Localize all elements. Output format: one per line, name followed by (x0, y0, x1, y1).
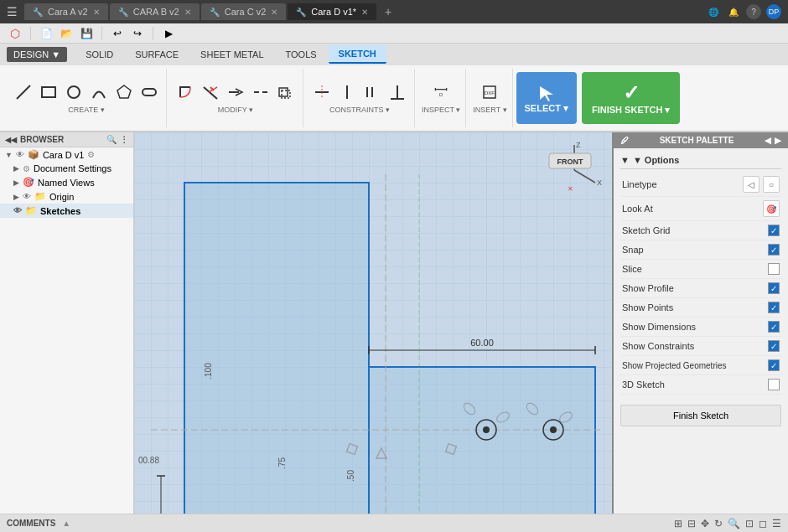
browser-item-sketches[interactable]: 👁 📁 Sketches (0, 204, 133, 218)
rectangle-tool[interactable] (37, 82, 60, 102)
tab-close[interactable]: ✕ (271, 8, 277, 17)
palette-expand-icon[interactable]: ▶ (775, 136, 781, 145)
play-icon[interactable]: ▶ (160, 25, 177, 42)
open-file-icon[interactable]: 📂 (58, 25, 75, 42)
trim-tool[interactable] (199, 82, 222, 102)
insert-dxf-tool[interactable]: DXF (478, 82, 501, 102)
slice-check[interactable] (768, 263, 780, 275)
horizontal-constraint[interactable] (310, 82, 334, 102)
tab-cara-c[interactable]: 🔧 Cara C v2 ✕ (201, 3, 287, 20)
tab-close[interactable]: ✕ (361, 8, 368, 17)
palette-finish-sketch-btn[interactable]: Finish Sketch (620, 405, 781, 426)
perpendicular-constraint[interactable] (386, 82, 409, 102)
design-dropdown[interactable]: DESIGN ▼ (7, 47, 67, 62)
show-profile-check[interactable]: ✓ (768, 282, 780, 294)
rotate-icon[interactable]: ↻ (714, 518, 723, 529)
view-cube-icon[interactable]: ◻ (759, 518, 767, 529)
fillet-tool[interactable] (174, 82, 197, 102)
bell-icon[interactable]: 🔔 (726, 4, 741, 19)
browser-item-named-views[interactable]: ▶ 🎯 Named Views (0, 175, 133, 189)
visibility-icon[interactable]: 👁 (13, 206, 22, 215)
redo-icon[interactable]: ↪ (129, 25, 146, 42)
tab-solid[interactable]: SOLID (75, 46, 123, 63)
finish-sketch-label: FINISH SKETCH ▾ (592, 105, 670, 116)
menu-icon-title[interactable]: ☰ (7, 5, 18, 18)
browser-options-icon[interactable]: ⋮ (120, 135, 128, 144)
user-icon[interactable]: DP (766, 4, 781, 19)
help-icon[interactable]: ? (746, 4, 761, 19)
tab-sketch[interactable]: SKETCH (329, 45, 386, 64)
undo-icon[interactable]: ↩ (109, 25, 126, 42)
sketch-grid-check[interactable]: ✓ (768, 225, 780, 236)
tab-close[interactable]: ✕ (93, 8, 100, 17)
show-points-check[interactable]: ✓ (768, 302, 780, 313)
browser-item-cara-d[interactable]: ▼ 👁 📦 Cara D v1 ⚙ (0, 147, 133, 162)
svg-rect-11 (279, 88, 288, 96)
svg-rect-28 (369, 367, 595, 514)
tab-icon: 🔧 (33, 8, 43, 17)
fit-icon[interactable]: ⊡ (745, 518, 754, 529)
new-file-icon[interactable]: 📄 (38, 25, 54, 42)
new-tab-btn[interactable]: + (378, 2, 398, 22)
view-cube[interactable]: Z X FRONT ✕ (545, 141, 604, 199)
vertical-constraint[interactable] (335, 82, 359, 102)
options-toggle[interactable]: ▼ ▼ Options (620, 152, 781, 169)
polygon-tool[interactable] (112, 82, 136, 102)
design-label: DESIGN ▼ (13, 49, 60, 59)
svg-rect-1 (42, 87, 55, 97)
break-tool[interactable] (249, 82, 272, 102)
palette-collapse-icon[interactable]: ◀ (765, 136, 771, 145)
svg-line-73 (574, 170, 595, 183)
svg-text:.50: .50 (346, 470, 355, 482)
show-constraints-label: Show Constraints (622, 341, 694, 351)
layout-icon[interactable]: ⊟ (687, 518, 696, 529)
show-constraints-check[interactable]: ✓ (768, 340, 780, 352)
grid-icon[interactable]: ⊞ (674, 518, 682, 529)
line-tool[interactable] (12, 82, 35, 102)
browser-search-icon[interactable]: 🔍 (106, 135, 117, 144)
show-projected-check[interactable]: ✓ (768, 359, 780, 371)
save-icon[interactable]: 💾 (78, 25, 95, 42)
3d-sketch-check[interactable] (768, 379, 780, 390)
browser-expand-icon[interactable]: ◀◀ (5, 136, 17, 144)
tab-tools[interactable]: TOOLS (276, 46, 327, 63)
move-icon[interactable]: ✥ (701, 518, 709, 529)
tab-cara-b[interactable]: 🔧 CARA B v2 ✕ (110, 3, 200, 20)
parallel-constraint[interactable] (360, 82, 384, 102)
visibility-icon[interactable]: 👁 (23, 192, 31, 201)
tab-surface[interactable]: SURFACE (125, 46, 189, 63)
linetype-left-icon[interactable]: ◁ (743, 176, 759, 193)
offset-tool[interactable] (274, 82, 298, 102)
comments-expand-icon[interactable]: ▲ (62, 519, 70, 528)
slot-tool[interactable] (137, 82, 161, 102)
globe-icon[interactable]: 🌐 (706, 4, 721, 19)
browser-item-origin[interactable]: ▶ 👁 📁 Origin (0, 189, 133, 204)
svg-text:D: D (439, 92, 443, 97)
show-dimensions-check[interactable]: ✓ (768, 321, 780, 333)
linetype-label: Linetype (622, 179, 657, 189)
dimension-tool[interactable]: D (429, 82, 453, 102)
circle-tool[interactable] (62, 82, 86, 102)
arc-tool[interactable] (87, 82, 111, 102)
inspect-tools: D (429, 82, 453, 102)
snap-label: Snap (622, 245, 644, 255)
tab-cara-a[interactable]: 🔧 Cara A v2 ✕ (24, 3, 108, 20)
origin-icon: 📁 (34, 191, 46, 202)
zoom-icon[interactable]: 🔍 (728, 518, 740, 529)
extend-tool[interactable] (224, 82, 247, 102)
select-button[interactable]: SELECT ▾ (516, 72, 577, 124)
linetype-right-icon[interactable]: ○ (763, 176, 780, 193)
tab-label: Cara A v2 (48, 7, 88, 17)
visibility-icon[interactable]: 👁 (16, 150, 24, 159)
palette-finish-label: Finish Sketch (673, 411, 728, 421)
look-at-btn[interactable]: 🎯 (763, 200, 780, 217)
insert-tools: DXF (478, 82, 501, 102)
tab-close[interactable]: ✕ (184, 8, 191, 17)
tab-sheet-metal[interactable]: SHEET METAL (190, 46, 273, 63)
display-settings-icon[interactable]: ☰ (772, 518, 781, 529)
finish-sketch-button[interactable]: ✓ FINISH SKETCH ▾ (582, 72, 680, 124)
browser-item-doc-settings[interactable]: ▶ ⚙ Document Settings (0, 162, 133, 175)
snap-check[interactable]: ✓ (768, 244, 780, 256)
settings-icon[interactable]: ⚙ (87, 150, 95, 159)
tab-cara-d[interactable]: 🔧 Cara D v1* ✕ (288, 3, 376, 20)
